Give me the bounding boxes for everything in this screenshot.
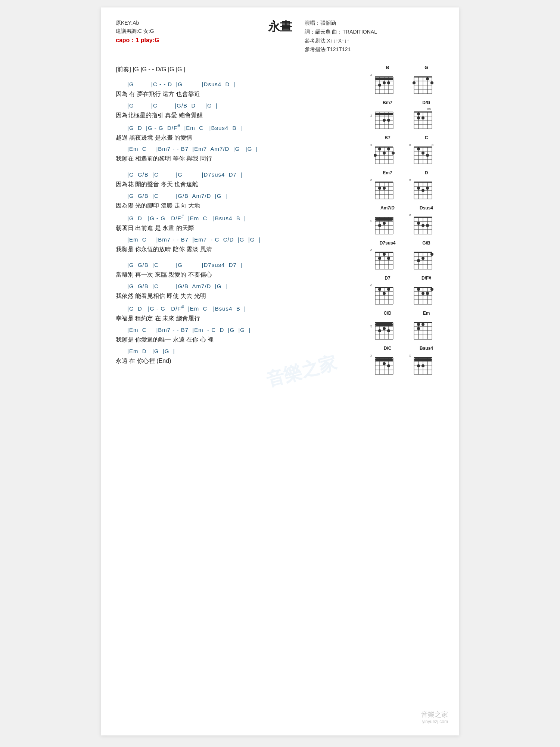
chord-line-1-1: |G |C - - D |G |Dsus4 D | [116, 80, 366, 89]
svg-point-25 [413, 81, 416, 84]
intro-line: [前奏] |G |G - - D/G |G |G | [116, 65, 366, 74]
intro-text: [前奏] |G |G - - D/G |G |G | [116, 66, 185, 72]
diagram-Bm7: Bm7 2 [370, 100, 405, 131]
finger-pattern: 參考指法:T121T121 [305, 45, 377, 54]
svg-point-252 [421, 364, 424, 367]
svg-text:oo: oo [427, 107, 431, 111]
svg-point-99 [383, 187, 386, 190]
svg-point-167 [421, 257, 424, 260]
diagram-C: C o o [408, 135, 444, 166]
diagram-DFsharp: D/F# [408, 276, 444, 306]
svg-rect-125 [375, 218, 393, 221]
svg-text:5: 5 [370, 219, 372, 223]
svg-point-53 [417, 112, 420, 115]
chord-line-1-4: |Em C |Bm7 - - B7 |Em7 Am7/D |G |G | [116, 144, 366, 153]
svg-point-209 [378, 329, 381, 332]
svg-rect-250 [414, 358, 432, 361]
lyric-line-2-4: 我願是 你永恆的放晴 陪你 雲淡 風清 [116, 244, 366, 255]
svg-point-222 [417, 323, 420, 326]
lyric-line-3-5: 永遠 在 你心裡 (End) [116, 356, 366, 367]
svg-rect-39 [375, 113, 393, 115]
svg-text:x: x [370, 143, 372, 147]
svg-point-196 [421, 292, 424, 295]
lyric-line-2-3: 朝著日 出前進 是 永晝 的天際 [116, 223, 366, 234]
chord-line-3-2: |G G/B |C |G/B Am7/D |G | [116, 282, 366, 291]
diagram-G: G [408, 65, 444, 96]
chord-diagrams-panel: B x [370, 65, 444, 376]
svg-point-140 [421, 224, 424, 227]
svg-point-40 [383, 119, 386, 122]
svg-text:o: o [409, 143, 411, 147]
lyric-line-3-3: 幸福是 種約定 在 未來 總會履行 [116, 313, 366, 324]
chord-line-3-3: |G D |G - G D/F# |Em C |Bsus4 B | [116, 303, 366, 313]
chord-line-2-3: |G D |G - G D/F# |Em C |Bsus4 B | [116, 213, 366, 223]
svg-text:5: 5 [370, 324, 372, 328]
svg-text:o: o [432, 143, 433, 147]
svg-point-26 [426, 77, 429, 80]
svg-point-126 [378, 224, 381, 227]
lyric-line-3-1: 當離別 再一次 來臨 親愛的 不要傷心 [116, 270, 366, 280]
diagram-CD: C/D 5 [370, 311, 405, 341]
svg-point-181 [383, 292, 386, 295]
diagram-Dsus4: Dsus4 o [408, 205, 444, 236]
diagram-B: B x [370, 65, 405, 96]
svg-point-223 [421, 323, 424, 326]
svg-point-27 [430, 81, 433, 84]
diagrams-grid: B x [370, 65, 444, 376]
watermark-logo: 音樂之家 [421, 710, 448, 719]
strum-pattern: 參考刷法:X↑↓↑X↑↓↑ [305, 37, 377, 46]
svg-point-237 [383, 362, 386, 365]
svg-point-193 [430, 288, 433, 291]
svg-point-84 [417, 147, 420, 150]
svg-point-251 [417, 364, 420, 367]
suggested-key: 建議男調:C 女:G [116, 27, 159, 35]
chord-line-2-1: |G G/B |C |G |D7sus4 D7 | [116, 170, 366, 179]
svg-point-224 [417, 327, 420, 330]
meta-left: 原KEY:Ab 建議男調:C 女:G capo：1 play:G [116, 19, 159, 45]
lyric-line-1-4: 我願在 相遇前的黎明 等你 與我 同行 [116, 153, 366, 164]
svg-point-69 [387, 147, 390, 150]
diagram-Em7: Em7 o [370, 170, 405, 201]
diagram-DG: D/G oo [408, 100, 444, 131]
svg-text:o: o [370, 283, 372, 287]
song-title: 永晝 [116, 19, 444, 35]
svg-point-85 [421, 152, 424, 155]
svg-point-211 [387, 329, 390, 332]
chord-line-3-1: |G G/B |C |G |D7sus4 D7 | [116, 261, 366, 270]
svg-text:x: x [370, 73, 372, 77]
lyrics-area: [前奏] |G |G - - D/G |G |G | |G |C - - D |… [116, 65, 366, 376]
svg-text:x: x [409, 178, 411, 182]
svg-point-54 [421, 116, 424, 119]
lyric-line-2-2: 因為陽 光的腳印 溫暖 走向 大地 [116, 200, 366, 211]
svg-text:x: x [409, 354, 411, 357]
svg-point-139 [417, 222, 420, 225]
svg-text:o: o [370, 178, 372, 182]
lyric-line-1-3: 越過 黑夜邊境 是永晝 的愛情 [116, 133, 366, 143]
svg-point-67 [378, 147, 381, 150]
chord-line-3-4: |Em C |Bm7 - - B7 |Em - C D |G |G | [116, 326, 366, 334]
section-2: |G G/B |C |G |D7sus4 D7 | 因為花 開的聲音 冬天 也會… [116, 170, 366, 255]
diagram-DC: D/C x [370, 346, 405, 376]
capo-info: capo：1 play:G [116, 35, 159, 45]
chord-line-1-2: |G |C |G/B D |G | [116, 101, 366, 110]
main-content: [前奏] |G |G - - D/G |G |G | |G |C - - D |… [116, 65, 444, 376]
meta-right: 演唱：張韶涵 詞：嚴云農 曲：TRADITIONAL 參考刷法:X↑↓↑X↑↓↑… [305, 19, 377, 54]
diagram-Am7D: Am7/D 5 [370, 205, 405, 236]
lyric-line-1-2: 因為北極星的指引 真愛 總會覺醒 [116, 110, 366, 121]
svg-point-195 [417, 288, 420, 291]
svg-point-141 [426, 224, 429, 227]
svg-point-210 [383, 327, 386, 330]
svg-rect-208 [375, 323, 393, 326]
chord-line-2-4: |Em C |Bm7 - - B7 |Em7 - C C/D |G |G | [116, 235, 366, 244]
svg-point-86 [426, 154, 429, 157]
svg-point-153 [378, 257, 381, 260]
lyric-line-1-1: 因為 有 夢在飛行 遠方 也會靠近 [116, 89, 366, 100]
chord-line-1-3: |G D |G - G D/F# |Em C |Bsus4 B | [116, 122, 366, 133]
svg-rect-11 [375, 78, 393, 80]
watermark-url: yinyuezj.com [421, 719, 448, 724]
svg-point-98 [378, 187, 381, 190]
svg-point-155 [387, 257, 390, 260]
diagram-D: D x [408, 170, 444, 201]
watermark: 音樂之家 yinyuezj.com [421, 710, 448, 724]
lyricist: 詞：嚴云農 曲：TRADITIONAL [305, 28, 377, 37]
